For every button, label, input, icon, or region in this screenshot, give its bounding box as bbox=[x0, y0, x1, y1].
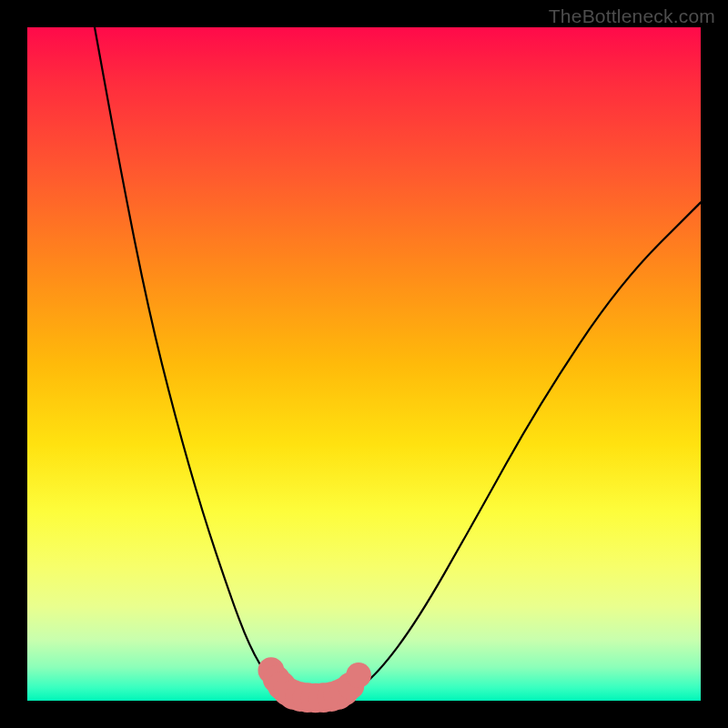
valley-marker bbox=[346, 662, 371, 688]
watermark-text: TheBottleneck.com bbox=[549, 5, 715, 27]
chart-frame: TheBottleneck.com bbox=[0, 0, 728, 728]
bottleneck-curve bbox=[95, 27, 701, 699]
valley-markers bbox=[258, 657, 370, 713]
plot-area bbox=[27, 27, 701, 701]
curve-layer bbox=[27, 27, 701, 701]
